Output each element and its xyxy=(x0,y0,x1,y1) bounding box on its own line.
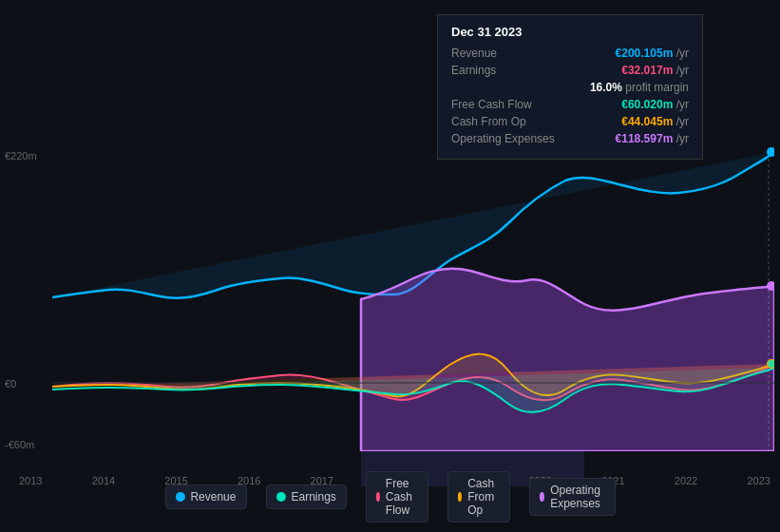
legend-dot-earnings xyxy=(276,492,285,502)
tooltip-label-cashfromop: Cash From Op xyxy=(451,115,565,128)
tooltip-label-earnings: Earnings xyxy=(451,64,565,77)
y-label-0: €0 xyxy=(5,378,16,390)
legend: Revenue Earnings Free Cash Flow Cash Fro… xyxy=(164,471,615,522)
legend-item-cashfromop[interactable]: Cash From Op xyxy=(447,471,510,522)
x-label-2022: 2022 xyxy=(675,475,697,486)
tooltip-row-revenue: Revenue €200.105m /yr xyxy=(451,47,689,60)
tooltip-row-earnings: Earnings €32.017m /yr xyxy=(451,64,689,77)
tooltip-row-opex: Operating Expenses €118.597m /yr xyxy=(451,132,689,145)
legend-label-freecash: Free Cash Flow xyxy=(386,477,418,517)
tooltip-value-earnings: €32.017m /yr xyxy=(621,64,689,77)
legend-item-freecash[interactable]: Free Cash Flow xyxy=(366,471,428,522)
tooltip-label-revenue: Revenue xyxy=(451,47,565,60)
legend-label-earnings: Earnings xyxy=(291,490,335,504)
x-label-2014: 2014 xyxy=(92,475,115,486)
tooltip-profit-margin: 16.0% profit margin xyxy=(590,81,689,94)
legend-dot-freecash xyxy=(376,492,380,502)
legend-dot-revenue xyxy=(175,492,184,502)
tooltip-row-freecash: Free Cash Flow €60.020m /yr xyxy=(451,98,689,111)
legend-label-opex: Operating Expenses xyxy=(550,484,604,510)
tooltip-profit-row: 16.0% profit margin xyxy=(451,81,689,94)
legend-label-revenue: Revenue xyxy=(190,490,236,504)
y-label-220m: €220m xyxy=(5,150,37,162)
tooltip-label-freecash: Free Cash Flow xyxy=(451,98,565,111)
tooltip-value-opex: €118.597m /yr xyxy=(616,132,689,145)
x-label-2023: 2023 xyxy=(747,475,770,486)
tooltip-row-cashfromop: Cash From Op €44.045m /yr xyxy=(451,115,689,128)
tooltip-value-revenue: €200.105m /yr xyxy=(616,47,689,60)
tooltip-date: Dec 31 2023 xyxy=(451,25,689,39)
legend-dot-cashfromop xyxy=(458,492,462,502)
tooltip-label-opex: Operating Expenses xyxy=(451,132,565,145)
legend-item-earnings[interactable]: Earnings xyxy=(265,484,346,509)
legend-dot-opex xyxy=(540,492,544,502)
legend-item-revenue[interactable]: Revenue xyxy=(164,484,246,509)
chart-container: Dec 31 2023 Revenue €200.105m /yr Earnin… xyxy=(0,0,780,532)
legend-label-cashfromop: Cash From Op xyxy=(467,477,500,517)
chart-svg xyxy=(52,147,774,451)
tooltip-value-freecash: €60.020m /yr xyxy=(621,98,689,111)
legend-item-opex[interactable]: Operating Expenses xyxy=(529,478,616,516)
x-label-2013: 2013 xyxy=(19,475,42,486)
tooltip-box: Dec 31 2023 Revenue €200.105m /yr Earnin… xyxy=(437,14,703,160)
tooltip-value-cashfromop: €44.045m /yr xyxy=(621,115,689,128)
y-label-neg60m: -€60m xyxy=(5,439,34,450)
